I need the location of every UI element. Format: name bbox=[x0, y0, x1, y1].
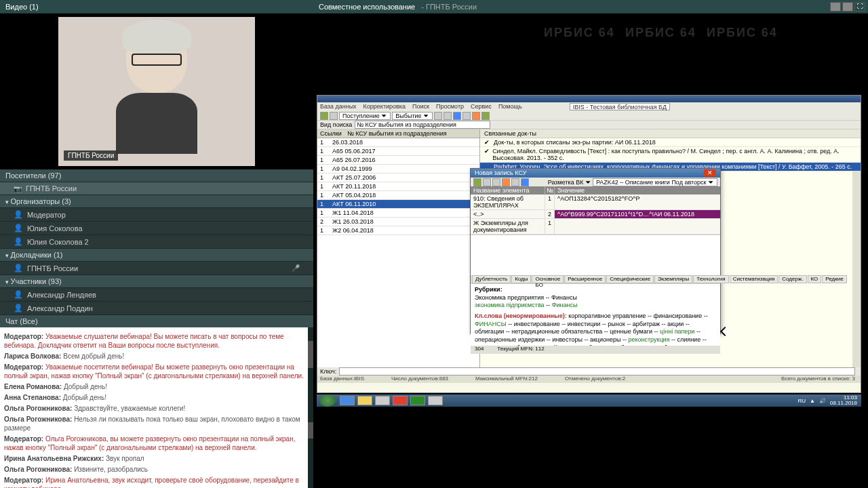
grid-row[interactable]: 1АКТ 06.11.2010 bbox=[317, 200, 479, 209]
toolbar-icon[interactable] bbox=[330, 112, 338, 120]
key-input[interactable] bbox=[339, 367, 855, 375]
organizers-header[interactable]: Организаторы (3) bbox=[0, 195, 313, 208]
grid-row[interactable]: 1А65 26.07.2016 bbox=[317, 156, 479, 165]
speakers-header[interactable]: Докладчики (1) bbox=[0, 249, 313, 262]
mic-icon[interactable]: 🎤 bbox=[292, 264, 300, 272]
dialog-tab[interactable]: Технология bbox=[693, 275, 728, 283]
dialog-tab[interactable]: Содерж. bbox=[778, 275, 806, 283]
dialog-tab[interactable]: Экземпляры bbox=[654, 275, 692, 283]
chat-scrollbar[interactable] bbox=[308, 327, 313, 488]
tray-lang[interactable]: RU bbox=[797, 398, 806, 404]
status-docs: Число документов:883 bbox=[391, 375, 448, 383]
field-value[interactable]: ^AОП13284^C2015182^FО^P bbox=[555, 195, 720, 209]
dlg-tb-icon[interactable] bbox=[511, 178, 519, 186]
dialog-tab[interactable]: Расширенное bbox=[564, 275, 606, 283]
fullscreen-btn[interactable]: ⛶ bbox=[854, 2, 865, 12]
menu-search[interactable]: Поиск bbox=[412, 103, 429, 110]
dlg-worksheet-select[interactable]: PAZK42 – Описание книги Под авторск ⏷ bbox=[593, 178, 717, 186]
dlg-tb-icon[interactable] bbox=[473, 178, 481, 186]
dialog-tab[interactable]: Систематизация bbox=[730, 275, 778, 283]
dlg-layout-select[interactable]: Разметка ВК ⏷ bbox=[548, 179, 591, 186]
grid-row[interactable]: 1Ж1 11.04.2018 bbox=[317, 209, 479, 218]
grid-row[interactable]: 126.03.2018 bbox=[317, 138, 479, 147]
dlg-tb-icon[interactable] bbox=[483, 178, 491, 186]
taskbar-app-icon[interactable] bbox=[375, 396, 390, 405]
participant-row[interactable]: 👤Александр Поддин bbox=[0, 302, 313, 315]
dialog-tab[interactable]: Коды bbox=[511, 275, 531, 283]
filter-dropdown[interactable] bbox=[355, 121, 490, 129]
toolbar-icon[interactable] bbox=[472, 112, 480, 120]
grid-value: Ж2 06.04.2018 bbox=[332, 227, 477, 234]
taskbar-ie-icon[interactable] bbox=[340, 396, 355, 405]
row-checkbox[interactable]: ✔ bbox=[484, 139, 494, 146]
grid-row[interactable]: 1А9 04.02.1999 bbox=[317, 165, 479, 174]
dialog-tab[interactable]: Основное БО bbox=[532, 275, 564, 283]
visitor-row-active[interactable]: 📷 ГПНТБ России bbox=[0, 182, 313, 195]
grid-row[interactable]: 1АКТ 05.04.2018 bbox=[317, 191, 479, 200]
chat-message: Модератор: Ирина Анатольевна, звук исход… bbox=[4, 476, 309, 488]
toolbar-icon[interactable] bbox=[434, 112, 442, 120]
linked-doc-row[interactable]: ✔Синдел, Майкл. Справедливость [Текст] :… bbox=[480, 147, 861, 163]
chat-header[interactable]: Чат (Все) bbox=[0, 315, 313, 327]
dlg-tb-icon[interactable] bbox=[521, 178, 529, 186]
visitors-header[interactable]: Посетители (97) bbox=[0, 169, 313, 182]
taskbar-chrome-icon[interactable] bbox=[393, 396, 408, 405]
menu-correct[interactable]: Корректировка bbox=[363, 103, 406, 110]
grid-row[interactable]: 2Ж1 26.03.2018 bbox=[317, 218, 479, 226]
speaker-row[interactable]: 👤ГПНТБ России🎤 bbox=[0, 262, 313, 275]
toolbar-select[interactable]: Поступление ⏷ bbox=[339, 112, 391, 120]
toolbar-icon[interactable] bbox=[462, 112, 471, 120]
field-value[interactable] bbox=[555, 219, 720, 234]
linked-doc-row[interactable]: ✔Док-ты, в которых списаны экз-ры партии… bbox=[480, 138, 861, 147]
taskbar-explorer-icon[interactable] bbox=[357, 396, 372, 405]
toolbar-icon[interactable] bbox=[481, 112, 490, 120]
taskbar-excel-icon[interactable] bbox=[410, 396, 425, 405]
menu-view[interactable]: Просмотр bbox=[436, 103, 464, 110]
toolbar-select[interactable]: Выбытие ⏷ bbox=[392, 112, 433, 120]
organizer-row[interactable]: 👤Юлия Соколова bbox=[0, 222, 313, 235]
dialog-tab[interactable]: Дублетность bbox=[472, 275, 511, 283]
participants-header[interactable]: Участники (93) bbox=[0, 275, 313, 288]
toolbar-icon[interactable] bbox=[453, 112, 461, 120]
grid-row[interactable]: 1АКТ 20.11.2018 bbox=[317, 182, 479, 191]
dialog-tab[interactable]: КО bbox=[808, 275, 822, 283]
participant-row[interactable]: 👤Александр Лендяев bbox=[0, 288, 313, 302]
chat-scroll-thumb[interactable] bbox=[308, 341, 313, 368]
tray-flag-icon[interactable]: ▲ bbox=[810, 398, 815, 404]
taskbar-app-icon[interactable] bbox=[428, 396, 443, 405]
menu-help[interactable]: Помощь bbox=[498, 103, 522, 110]
dialog-tab[interactable]: Редкие bbox=[822, 275, 846, 283]
dialog-titlebar[interactable]: Новая запись КСУ ✕ bbox=[471, 169, 720, 178]
dialog-grid-row[interactable]: <..>2^А0^B999.99^C20171101^!1^D…^!АИ 06.… bbox=[471, 210, 720, 219]
app-menubar[interactable]: База данных Корректировка Поиск Просмотр… bbox=[317, 102, 861, 111]
dlg-tb-icon[interactable] bbox=[492, 178, 500, 186]
db-selector[interactable]: IBIS - Тестовая библиотечная БД bbox=[570, 103, 670, 110]
row-checkbox[interactable]: ✔ bbox=[484, 148, 492, 161]
chat-scroll-thumb-2[interactable] bbox=[308, 422, 313, 439]
app-titlebar[interactable] bbox=[317, 96, 861, 102]
start-button[interactable] bbox=[319, 394, 336, 407]
grid-row[interactable]: 1АКТ 25.07.2006 bbox=[317, 174, 479, 182]
dialog-grid-row[interactable]: Ж Экземпляры для документирования1 bbox=[471, 219, 720, 235]
toolbar-icon[interactable] bbox=[320, 112, 328, 120]
dialog-grid-row[interactable]: 910: Сведения об ЭКЗЕМПЛЯРАХ1^AОП13284^C… bbox=[471, 195, 720, 210]
watermark: ИРБИС 64 bbox=[707, 26, 778, 40]
dialog-tab[interactable]: Специфические bbox=[606, 275, 654, 283]
system-tray[interactable]: RU ▲ 🔊 11:03 08.11.2018 bbox=[793, 395, 861, 406]
toolbar-icon[interactable] bbox=[443, 112, 452, 120]
tray-network-icon[interactable]: 🔊 bbox=[819, 398, 826, 404]
grid-row[interactable]: 1А65 05.06.2017 bbox=[317, 147, 479, 156]
grid-row[interactable]: 1Ж2 06.04.2018 bbox=[317, 226, 479, 235]
organizer-row[interactable]: 👤Юлия Соколова 2 bbox=[0, 235, 313, 249]
dlg-tb-icon[interactable] bbox=[502, 178, 510, 186]
layout-btn-2[interactable] bbox=[842, 2, 853, 12]
menu-database[interactable]: База данных bbox=[320, 103, 357, 110]
layout-btn-1[interactable] bbox=[830, 2, 841, 12]
chat-area[interactable]: Модератор: Уважаемые слушатели вебинара!… bbox=[0, 327, 313, 488]
presenter-video[interactable]: ГПНТБ России bbox=[58, 17, 255, 166]
organizer-row[interactable]: 👤Модератор bbox=[0, 208, 313, 222]
dialog-close-btn[interactable]: ✕ bbox=[704, 169, 716, 177]
field-value[interactable]: ^А0^B999.99^C20171101^!1^D…^!АИ 06.11.20… bbox=[555, 210, 720, 218]
v-scrollbar[interactable] bbox=[852, 171, 861, 382]
menu-service[interactable]: Сервис bbox=[471, 103, 492, 110]
